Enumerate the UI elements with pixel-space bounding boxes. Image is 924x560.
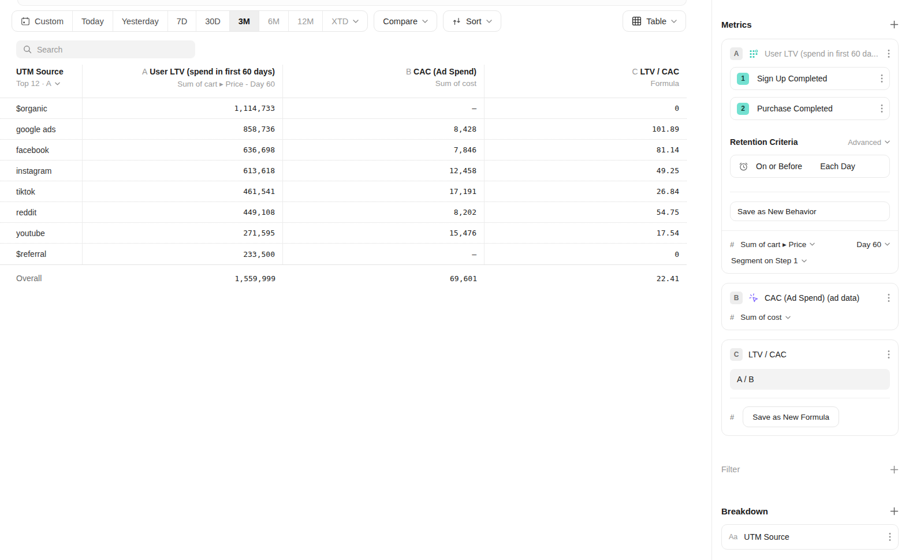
string-property-icon: Aa bbox=[729, 533, 737, 541]
range-xtd[interactable]: XTD bbox=[323, 11, 367, 31]
breakdown-label: UTM Source bbox=[744, 532, 882, 542]
cell-ltv-cac: 101.89 bbox=[485, 119, 687, 139]
property-dropdown[interactable]: Sum of cost bbox=[740, 313, 790, 322]
criteria-unit[interactable]: Each Day bbox=[820, 162, 855, 171]
divider bbox=[730, 192, 890, 192]
funnel-step-1[interactable]: 1 Sign Up Completed bbox=[730, 67, 890, 90]
advanced-dropdown[interactable]: Advanced bbox=[848, 138, 890, 147]
breakdown-section-header: Breakdown bbox=[721, 506, 899, 516]
metric-a-header[interactable]: A User LTV (spend in first 60 da... bbox=[730, 47, 890, 60]
table-row[interactable]: youtube 271,595 15,476 17.54 bbox=[0, 223, 687, 244]
table-row[interactable]: $organic 1,114,733 – 0 bbox=[0, 98, 687, 119]
metric-a-property-row: # Sum of cart ▸ Price Day 60 bbox=[730, 240, 890, 249]
cell-cac: 12,458 bbox=[283, 160, 485, 181]
search-input[interactable] bbox=[37, 45, 188, 54]
column-subtitle: Sum of cost bbox=[283, 79, 476, 88]
add-metric-icon[interactable] bbox=[890, 20, 899, 29]
window-dropdown[interactable]: Day 60 bbox=[856, 240, 890, 249]
add-breakdown-icon[interactable] bbox=[890, 507, 899, 516]
kebab-menu-icon[interactable] bbox=[888, 293, 890, 303]
cell-cac: 7,846 bbox=[283, 140, 485, 160]
cell-user-ltv: 271,595 bbox=[83, 223, 283, 243]
range-label: XTD bbox=[331, 17, 348, 26]
calendar-icon bbox=[21, 17, 30, 26]
range-label: Today bbox=[81, 17, 104, 26]
table-row[interactable]: reddit 449,108 8,202 54.75 bbox=[0, 202, 687, 223]
range-6m[interactable]: 6M bbox=[259, 11, 289, 31]
chevron-down-icon bbox=[885, 242, 890, 246]
segment-row: Segment on Step 1 bbox=[730, 256, 890, 265]
cell-user-ltv: 613,618 bbox=[83, 160, 283, 181]
range-label: 3M bbox=[239, 17, 250, 26]
save-as-new-behavior-button[interactable]: Save as New Behavior bbox=[730, 201, 890, 221]
overall-label: Overall bbox=[0, 265, 83, 292]
step-label: Sign Up Completed bbox=[757, 74, 873, 83]
cell-ltv-cac: 49.25 bbox=[485, 160, 687, 181]
kebab-menu-icon[interactable] bbox=[881, 74, 883, 83]
range-12m[interactable]: 12M bbox=[289, 11, 323, 31]
behavioral-metric-icon bbox=[748, 48, 759, 59]
kebab-menu-icon[interactable] bbox=[888, 49, 890, 58]
save-as-new-formula-button[interactable]: Save as New Formula bbox=[743, 406, 839, 427]
row-limit-dropdown[interactable]: Top 12 · A bbox=[16, 79, 82, 88]
metric-card-c: C LTV / CAC A / B # Save as New Formula bbox=[721, 339, 899, 436]
range-custom[interactable]: Custom bbox=[12, 11, 73, 31]
column-title: UTM Source bbox=[16, 67, 82, 76]
range-label: Custom bbox=[35, 17, 64, 26]
compare-label: Compare bbox=[383, 17, 418, 26]
column-header-cac[interactable]: B CAC (Ad Spend) Sum of cost bbox=[283, 65, 485, 98]
column-header-user-ltv[interactable]: A User LTV (spend in first 60 days) Sum … bbox=[83, 65, 283, 98]
row-label: reddit bbox=[0, 202, 83, 222]
criteria-condition[interactable]: On or Before bbox=[756, 162, 802, 171]
cell-ltv-cac: 26.84 bbox=[485, 181, 687, 201]
save-formula-label: Save as New Formula bbox=[752, 413, 829, 421]
breakdown-item-utm-source[interactable]: Aa UTM Source bbox=[721, 524, 899, 550]
breakdown-title: Breakdown bbox=[721, 506, 768, 516]
search-box[interactable] bbox=[16, 40, 195, 58]
segment-label: Segment on Step 1 bbox=[731, 256, 798, 265]
row-label: $referral bbox=[0, 244, 83, 264]
column-header-utm-source[interactable]: UTM Source Top 12 · A bbox=[0, 65, 83, 98]
sort-icon bbox=[452, 17, 461, 26]
range-label: 6M bbox=[268, 17, 280, 26]
cell-cac: – bbox=[283, 244, 485, 264]
formula-input[interactable]: A / B bbox=[730, 369, 890, 390]
kebab-menu-icon[interactable] bbox=[889, 532, 891, 542]
sort-button[interactable]: Sort bbox=[443, 10, 501, 32]
metric-name: CAC (Ad Spend) (ad data) bbox=[765, 293, 882, 303]
column-header-ltv-cac[interactable]: C LTV / CAC Formula bbox=[485, 65, 687, 98]
overall-row: Overall 1,559,999 69,601 22.41 bbox=[0, 264, 687, 292]
table-row[interactable]: facebook 636,698 7,846 81.14 bbox=[0, 140, 687, 160]
table-row[interactable]: $referral 233,500 – 0 bbox=[0, 244, 687, 264]
column-title: User LTV (spend in first 60 days) bbox=[150, 67, 275, 76]
range-today[interactable]: Today bbox=[73, 11, 113, 31]
funnel-step-2[interactable]: 2 Purchase Completed bbox=[730, 97, 890, 120]
retention-criteria-header: Retention Criteria Advanced bbox=[730, 137, 890, 147]
metrics-section-header: Metrics bbox=[721, 20, 899, 29]
kebab-menu-icon[interactable] bbox=[881, 104, 883, 113]
add-filter-icon[interactable] bbox=[890, 465, 899, 474]
range-3m-selected[interactable]: 3M bbox=[230, 11, 259, 31]
segment-dropdown[interactable]: Segment on Step 1 bbox=[731, 256, 807, 265]
range-yesterday[interactable]: Yesterday bbox=[113, 11, 168, 31]
kebab-menu-icon[interactable] bbox=[888, 350, 890, 359]
metric-b-header[interactable]: B CAC (Ad Spend) (ad data) bbox=[730, 292, 890, 304]
metric-c-header[interactable]: C LTV / CAC bbox=[730, 348, 890, 361]
table-view-button[interactable]: Table bbox=[623, 10, 686, 32]
table-row[interactable]: tiktok 461,541 17,191 26.84 bbox=[0, 181, 687, 202]
metric-letter-badge: A bbox=[730, 47, 743, 60]
row-label: tiktok bbox=[0, 181, 83, 201]
range-30d[interactable]: 30D bbox=[196, 11, 230, 31]
overall-cac: 69,601 bbox=[283, 265, 485, 292]
compare-button[interactable]: Compare bbox=[374, 10, 437, 32]
table-row[interactable]: google ads 858,736 8,428 101.89 bbox=[0, 119, 687, 140]
filter-section-header: Filter bbox=[721, 465, 899, 474]
range-7d[interactable]: 7D bbox=[168, 11, 197, 31]
retention-criteria-box[interactable]: On or Before Each Day bbox=[730, 155, 890, 178]
cell-cac: 17,191 bbox=[283, 181, 485, 201]
column-title: CAC (Ad Spend) bbox=[413, 67, 476, 76]
column-title: LTV / CAC bbox=[640, 67, 679, 76]
table-row[interactable]: instagram 613,618 12,458 49.25 bbox=[0, 160, 687, 181]
property-dropdown[interactable]: Sum of cart ▸ Price bbox=[740, 240, 815, 249]
row-label: instagram bbox=[0, 160, 83, 181]
